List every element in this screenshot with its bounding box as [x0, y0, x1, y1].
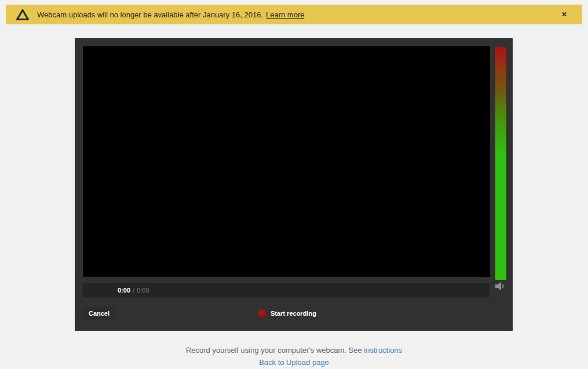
webcam-recorder-panel: 0:00 / 0:00 Cancel Start recording: [75, 38, 513, 331]
close-icon[interactable]: ✕: [560, 10, 568, 19]
volume-button[interactable]: [493, 280, 507, 292]
footer-instruction-text: Record yourself using your computer's we…: [186, 346, 364, 355]
webcam-capture-page: Webcam uploads will no longer be availab…: [0, 0, 588, 369]
audio-level-meter: [495, 47, 506, 280]
footer-back-line: Back to Upload page: [0, 358, 588, 367]
start-recording-button[interactable]: Start recording: [254, 307, 320, 320]
time-separator: /: [133, 287, 134, 294]
back-to-upload-link[interactable]: Back to Upload page: [259, 358, 329, 367]
current-time: 0:00: [118, 287, 130, 294]
banner-message: Webcam uploads will no longer be availab…: [37, 10, 263, 19]
deprecation-warning-banner: Webcam uploads will no longer be availab…: [6, 5, 582, 24]
footer: Record yourself using your computer's we…: [0, 346, 588, 367]
cancel-button[interactable]: Cancel: [83, 307, 115, 320]
footer-instruction-line: Record yourself using your computer's we…: [0, 346, 588, 355]
speaker-icon: [495, 282, 505, 291]
total-time: 0:00: [137, 287, 149, 294]
start-recording-label: Start recording: [271, 310, 316, 317]
warning-triangle-icon: [16, 9, 30, 21]
playback-timebar: 0:00 / 0:00: [83, 283, 490, 297]
instructions-link[interactable]: instructions: [364, 346, 402, 355]
learn-more-link[interactable]: Learn more: [266, 10, 304, 19]
record-dot-icon: [258, 309, 266, 318]
video-preview: [83, 46, 490, 277]
